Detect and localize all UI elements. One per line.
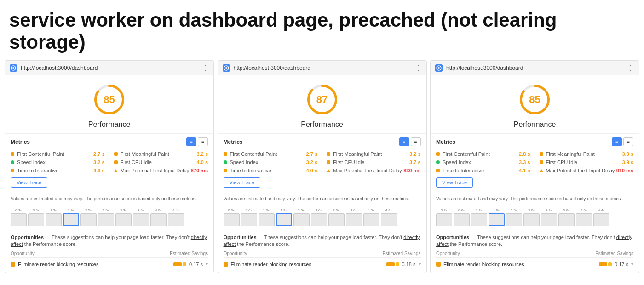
metrics-right-col: First Meaningful Paint 3.3 s First CPU I…: [540, 150, 634, 175]
opp-row[interactable]: Eliminate render-blocking resources 0.17…: [11, 260, 208, 269]
filmstrip-thumb: [115, 213, 132, 226]
metric-value: 830 ms: [403, 168, 420, 173]
filmstrip-time: 0.6s: [245, 208, 252, 212]
metric-dot: [540, 160, 543, 164]
toggle-list-btn[interactable]: ≡: [186, 137, 196, 146]
filmstrip-thumb: [11, 213, 27, 226]
filmstrip-thumb: [276, 213, 292, 226]
opp-col1: Opportunity: [436, 251, 460, 256]
metric-row: Speed Index 3.2 s: [11, 158, 105, 166]
filmstrip-time: 4.0s: [581, 208, 587, 212]
metric-name: First Meaningful Paint: [333, 151, 382, 157]
filmstrip-time: 3.0s: [315, 208, 322, 212]
browser-icon: [223, 64, 230, 72]
opp-col2: Estimated Savings: [595, 251, 633, 256]
filmstrip-item: 3.6s: [346, 208, 362, 226]
opp-row[interactable]: Eliminate render-blocking resources 0.18…: [224, 260, 421, 269]
metric-row: Time to Interactive 4.0 s: [224, 166, 318, 175]
opp-color: [224, 262, 228, 267]
opp-title: Opportunities: [11, 234, 44, 240]
panels-container: http://localhost:3000/dashboard ⋮ 85 Per…: [0, 60, 644, 273]
metric-value: 3.2 s: [306, 160, 317, 165]
filmstrip-item: 1.9s: [489, 208, 505, 226]
metric-name: First CPU Idle: [333, 160, 364, 165]
opp-bar: [386, 262, 399, 266]
filmstrip-item: 0.3s: [224, 208, 240, 226]
view-trace-button[interactable]: View Trace: [436, 177, 473, 188]
metric-dot: [114, 169, 118, 172]
panel-header: http://localhost:3000/dashboard ⋮: [218, 61, 426, 75]
estimated-link[interactable]: based only on these metrics: [564, 196, 621, 201]
metric-value: 3.7 s: [409, 160, 420, 165]
filmstrip-thumb: [150, 213, 167, 226]
estimated-link[interactable]: based only on these metrics: [138, 196, 196, 201]
filmstrip-thumb: [506, 213, 522, 226]
metric-row: First Meaningful Paint 3.2 s: [114, 150, 208, 158]
metric-name: Speed Index: [17, 160, 46, 165]
svg-point-5: [225, 67, 227, 69]
opp-col1: Opportunity: [11, 251, 34, 256]
metrics-toggle: ≡ ≡: [186, 137, 208, 146]
metric-value: 4.0 s: [306, 168, 317, 173]
filmstrip-thumb: [541, 213, 557, 226]
view-trace-button[interactable]: View Trace: [11, 177, 47, 188]
opp-chevron-icon: ▾: [631, 262, 633, 267]
opp-title: Opportunities: [436, 234, 469, 240]
metrics-title: Metrics: [11, 139, 30, 145]
opp-chevron-icon: ▾: [419, 262, 421, 267]
view-trace-button[interactable]: View Trace: [224, 177, 260, 188]
filmstrip-item: 3.3s: [328, 208, 345, 226]
filmstrip-item: 1.3s: [471, 208, 487, 226]
filmstrip-thumb: [454, 213, 470, 226]
opp-header: Opportunities — These suggestions can he…: [436, 234, 633, 248]
filmstrip-thumb: [471, 213, 487, 226]
filmstrip-item: 0.6s: [454, 208, 470, 226]
metric-value: 3.2 s: [409, 151, 420, 157]
filmstrip-time: 4.4s: [172, 208, 179, 212]
filmstrip-time: 2.5s: [85, 208, 92, 212]
score-label: Performance: [431, 120, 639, 129]
filmstrip-time: 4.0s: [368, 208, 374, 212]
filmstrip-item: 3.3s: [115, 208, 132, 226]
metric-dot: [436, 152, 440, 156]
panel-1: http://localhost:3000/dashboard ⋮ 85 Per…: [5, 60, 214, 273]
score-circle: 87: [305, 82, 339, 117]
filmstrip-time: 3.0s: [528, 208, 535, 212]
filmstrip-time: 3.6s: [350, 208, 357, 212]
panel-menu-icon[interactable]: ⋮: [414, 63, 422, 72]
score-circle: 85: [92, 82, 126, 117]
panel-header: http://localhost:3000/dashboard ⋮: [5, 61, 213, 75]
estimated-link[interactable]: based only on these metrics: [351, 196, 408, 201]
panel-menu-icon[interactable]: ⋮: [627, 63, 634, 72]
score-label: Performance: [218, 120, 426, 129]
metrics-header: Metrics ≡ ≡: [11, 137, 208, 146]
filmstrip-thumb: [576, 213, 592, 226]
toggle-grid-btn[interactable]: ≡: [623, 137, 633, 146]
filmstrip-item: 2.5s: [293, 208, 310, 226]
metric-value: 3.2 s: [93, 160, 104, 165]
opp-row[interactable]: Eliminate render-blocking resources 0.17…: [436, 260, 633, 269]
toggle-list-btn[interactable]: ≡: [612, 137, 622, 146]
filmstrip-time: 1.3s: [476, 208, 483, 212]
filmstrip-time: 4.4s: [385, 208, 392, 212]
filmstrip-thumb: [293, 213, 310, 226]
toggle-list-btn[interactable]: ≡: [399, 137, 409, 146]
toggle-grid-btn[interactable]: ≡: [411, 137, 421, 146]
filmstrip-time: 0.6s: [458, 208, 465, 212]
filmstrip-thumb: [311, 213, 327, 226]
metric-name: Speed Index: [230, 160, 259, 165]
filmstrip-item: 0.6s: [241, 208, 257, 226]
estimated-note-section: Values are estimated and may vary. The p…: [431, 193, 639, 206]
opp-value: 0.17 s: [615, 262, 628, 267]
metric-dot: [327, 152, 330, 156]
metric-dot: [224, 152, 227, 156]
metric-row: Speed Index 3.2 s: [224, 158, 318, 166]
toggle-grid-btn[interactable]: ≡: [198, 137, 208, 146]
metric-row: Max Potential First Input Delay 830 ms: [327, 166, 421, 175]
filmstrip-time: 3.6s: [138, 208, 144, 212]
panel-menu-icon[interactable]: ⋮: [201, 63, 209, 72]
metric-name: First Contentful Paint: [230, 151, 277, 157]
filmstrip-thumb: [523, 213, 540, 226]
metric-dot: [540, 169, 543, 172]
opportunities-section: Opportunities — These suggestions can he…: [218, 230, 426, 273]
